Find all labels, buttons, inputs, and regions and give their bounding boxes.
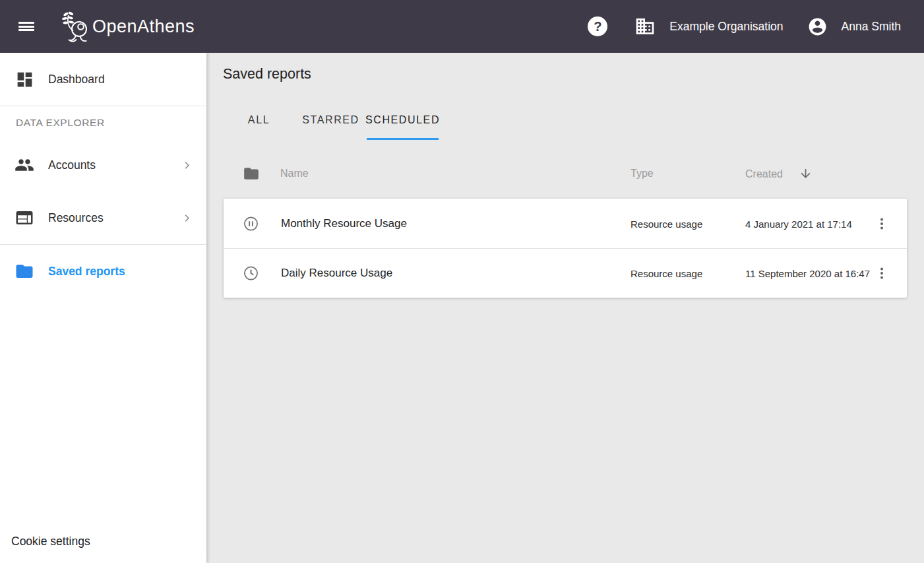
row-menu-icon[interactable] [874,265,890,281]
user-name: Anna Smith [842,20,901,34]
sidebar-item-label: Accounts [48,158,96,172]
sidebar-item-label: Saved reports [48,265,125,279]
chevron-right-icon [181,159,193,172]
dashboard-icon [15,69,34,89]
cookie-settings-link[interactable]: Cookie settings [11,535,90,548]
tab-scheduled[interactable]: SCHEDULED [367,105,439,140]
menu-icon[interactable] [18,22,34,31]
table-row[interactable]: Monthly Resource Usage Resource usage 4 … [224,199,907,248]
tab-starred[interactable]: STARRED [295,105,367,140]
row-menu-icon[interactable] [874,216,890,232]
top-bar: OpenAthens ? Example Organisation Anna S… [0,0,924,53]
report-type: Resource usage [631,268,702,279]
column-header-name[interactable]: Name [280,168,309,180]
sidebar-item-label: Resources [48,211,104,225]
tab-bar: ALL STARRED SCHEDULED [223,105,924,140]
page-title: Saved reports [223,66,924,83]
table-row[interactable]: Daily Resource Usage Resource usage 11 S… [224,248,907,298]
openathens-owl-icon [61,10,90,43]
saved-reports-table: Monthly Resource Usage Resource usage 4 … [224,199,907,298]
column-header-type[interactable]: Type [631,168,654,180]
sidebar-section-label: DATA EXPLORER [0,106,206,139]
folder-icon [243,165,260,182]
user-menu[interactable]: Anna Smith [807,17,901,37]
sidebar: Dashboard DATA EXPLORER Accounts Resourc… [0,53,206,563]
report-type: Resource usage [631,218,702,229]
main-content: Saved reports ALL STARRED SCHEDULED Name… [206,53,924,563]
account-icon [807,17,828,37]
brand-name: OpenAthens [92,17,195,37]
tab-all[interactable]: ALL [223,105,295,140]
sidebar-item-accounts[interactable]: Accounts [0,139,206,191]
folder-icon [15,261,34,281]
people-icon [15,155,34,175]
resources-icon [15,208,34,228]
report-name: Daily Resource Usage [281,267,392,280]
report-created: 4 January 2021 at 17:14 [745,218,852,229]
building-icon [634,16,656,37]
table-header: Name Type Created [224,157,907,190]
organisation-switcher[interactable]: Example Organisation [634,16,783,37]
openathens-logo: OpenAthens [61,10,195,43]
pause-icon [243,215,259,232]
chevron-right-icon [181,212,193,224]
sidebar-item-resources[interactable]: Resources [0,191,206,244]
report-name: Monthly Resource Usage [281,217,407,230]
report-created: 11 September 2020 at 16:47 [745,268,870,279]
clock-icon [243,265,259,282]
sidebar-item-saved-reports[interactable]: Saved reports [0,245,206,298]
sidebar-item-dashboard[interactable]: Dashboard [0,53,206,106]
sidebar-item-label: Dashboard [48,73,105,86]
sort-desc-arrow-icon[interactable] [799,167,813,181]
help-icon[interactable]: ? [588,17,607,36]
column-header-created[interactable]: Created [745,167,813,181]
organisation-name: Example Organisation [669,20,783,34]
